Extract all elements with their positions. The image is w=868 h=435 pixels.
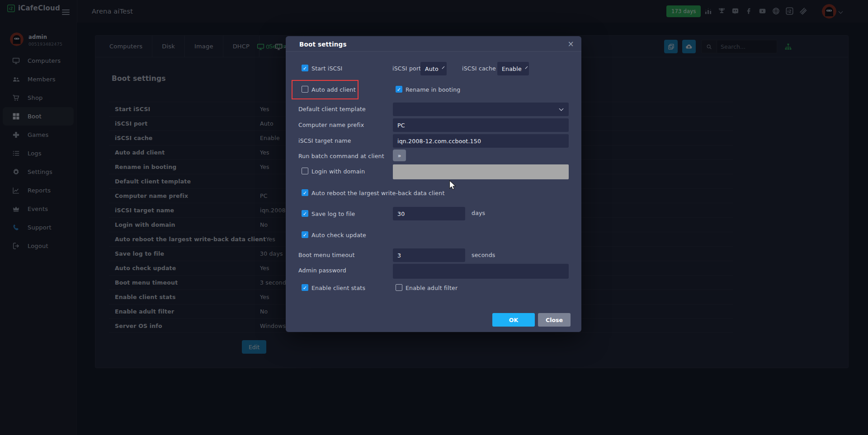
- save-log-label: Save log to file: [311, 210, 355, 217]
- enable-client-stats-checkbox[interactable]: [302, 284, 308, 291]
- iscsi-port-label: iSCSI port: [392, 65, 421, 72]
- enable-adult-filter-checkbox[interactable]: [396, 284, 402, 291]
- iscsi-target-name-label: iSCSI target name: [298, 137, 351, 144]
- start-iscsi-checkbox[interactable]: [302, 65, 308, 71]
- save-log-checkbox[interactable]: [302, 210, 308, 217]
- iscsi-port-select[interactable]: Auto: [420, 62, 447, 75]
- save-log-suffix: days: [472, 210, 485, 216]
- rename-in-booting-checkbox[interactable]: [396, 86, 402, 93]
- computer-name-prefix-input[interactable]: PC: [393, 118, 569, 132]
- iscsi-target-name-input[interactable]: iqn.2008-12.com.ccboot.150: [393, 134, 569, 148]
- app-window: iCafeCloud Arena aiTest 173 days admin 0…: [0, 0, 868, 435]
- iscsi-cache-select[interactable]: Enable: [497, 62, 529, 75]
- highlight-box: [292, 80, 359, 99]
- run-batch-label: Run batch command at client: [298, 153, 384, 159]
- boot-menu-timeout-suffix: seconds: [472, 252, 495, 258]
- chevron-down-icon: [442, 66, 444, 69]
- ok-button[interactable]: OK: [492, 313, 535, 327]
- enable-client-stats-label: Enable client stats: [311, 285, 365, 291]
- admin-password-input[interactable]: [393, 264, 569, 279]
- chevron-down-icon: [525, 66, 528, 69]
- boot-menu-timeout-label: Boot menu timeout: [298, 252, 355, 258]
- boot-settings-modal: Boot settings × Start iSCSI iSCSI port A…: [286, 36, 581, 332]
- auto-reboot-checkbox[interactable]: [302, 189, 308, 196]
- close-button[interactable]: Close: [538, 313, 571, 327]
- domain-input[interactable]: [393, 164, 569, 179]
- save-log-days-input[interactable]: 30: [393, 207, 465, 220]
- start-iscsi-label: Start iSCSI: [311, 65, 342, 72]
- run-batch-button[interactable]: »: [393, 150, 406, 161]
- auto-reboot-label: Auto reboot the largest write-back data …: [311, 190, 444, 196]
- admin-password-label: Admin password: [298, 267, 346, 274]
- default-client-template-label: Default client template: [298, 106, 366, 112]
- computer-name-prefix-label: Computer name prefix: [298, 122, 364, 128]
- default-client-template-select[interactable]: [393, 103, 569, 116]
- rename-in-booting-label: Rename in booting: [406, 86, 460, 93]
- login-with-domain-checkbox[interactable]: [302, 168, 308, 174]
- boot-menu-timeout-input[interactable]: 3: [393, 248, 465, 262]
- close-icon[interactable]: ×: [568, 38, 574, 49]
- enable-adult-filter-label: Enable adult filter: [406, 285, 458, 291]
- login-with-domain-label: Login with domain: [311, 168, 365, 175]
- auto-check-update-checkbox[interactable]: [302, 231, 308, 238]
- iscsi-cache-label: iSCSI cache: [462, 65, 496, 72]
- modal-title: Boot settings: [299, 41, 347, 48]
- auto-check-update-label: Auto check update: [311, 232, 366, 239]
- chevron-down-icon: [559, 107, 564, 111]
